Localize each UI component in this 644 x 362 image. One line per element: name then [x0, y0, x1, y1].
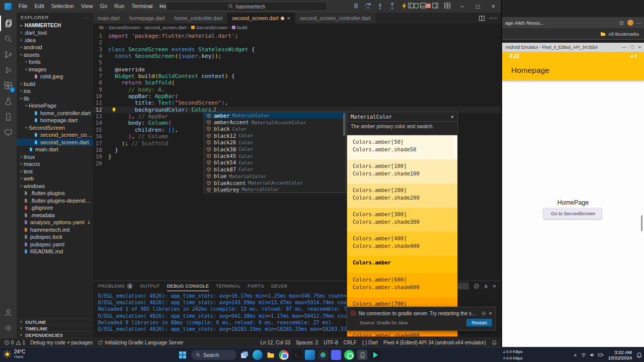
- tree-item-gitignore[interactable]: .gitignore: [17, 204, 93, 212]
- menu-file[interactable]: File: [15, 0, 31, 13]
- debug-config-status[interactable]: Debug my code + packages: [30, 340, 93, 345]
- taskbar-app-folder[interactable]: [266, 350, 276, 360]
- taskbar-app-android-studio[interactable]: [318, 350, 328, 360]
- tree-item-lib[interactable]: ›lib: [17, 95, 93, 103]
- taskbar-app-whatsapp[interactable]: [344, 350, 354, 360]
- suggest-item-black38[interactable]: black38Color: [204, 146, 346, 152]
- tab-homepage-dart[interactable]: homepage.dart: [125, 13, 170, 24]
- tree-item-flutter-plugins[interactable]: .flutter-plugins: [17, 190, 93, 197]
- activity-test-beaker[interactable]: [0, 94, 17, 109]
- taskbar-app-chrome[interactable]: [279, 350, 289, 360]
- bookmark-item[interactable]: age AWS Resou...: [505, 20, 544, 26]
- go-to-secondscreen-button[interactable]: Go to SecondScreen: [544, 208, 602, 219]
- tree-item-main-dart[interactable]: main.dart: [17, 146, 93, 153]
- tree-item-windows[interactable]: ›windows: [17, 183, 93, 190]
- phone-scrollbar[interactable]: [641, 215, 642, 231]
- doc-close-icon[interactable]: ×: [451, 114, 454, 120]
- taskbar-app-play-store[interactable]: [370, 350, 380, 360]
- tree-item-dart-tool[interactable]: ›.dart_tool: [17, 29, 93, 37]
- close-button[interactable]: ×: [486, 0, 501, 13]
- tree-item-linux[interactable]: ›linux: [17, 153, 93, 161]
- menu-view[interactable]: View: [77, 0, 97, 13]
- status-ln-12-col-33[interactable]: Ln 12, Col 33: [260, 340, 290, 345]
- tree-item-homepage[interactable]: ›HomePage: [17, 102, 93, 110]
- tree-item-fonts[interactable]: ›fonts: [17, 58, 93, 66]
- tree-item-pubspec-yaml[interactable]: pubspec.yaml: [17, 241, 93, 248]
- wifi-icon[interactable]: [581, 352, 587, 358]
- suggest-scrollbar[interactable]: [343, 113, 345, 136]
- tab-second-screen-controller-dart[interactable]: second_screen_controller.dart: [295, 13, 376, 24]
- emu-minimize-icon[interactable]: —: [622, 45, 626, 50]
- browser-more-icon[interactable]: ···: [636, 20, 641, 26]
- notification-close-icon[interactable]: ×: [489, 310, 492, 316]
- tree-item-metadata[interactable]: .metadata: [17, 212, 93, 219]
- menu-go[interactable]: Go: [97, 0, 111, 13]
- suggest-item-bluegrey[interactable]: blueGreyMaterialColor: [204, 186, 346, 193]
- tab-home-controller-dart[interactable]: home_controller.dart: [170, 13, 227, 24]
- emu-maximize-icon[interactable]: □: [631, 45, 633, 50]
- notification-bell-icon[interactable]: [636, 352, 642, 358]
- notification-settings-icon[interactable]: [481, 311, 487, 316]
- menu-run[interactable]: Run: [111, 0, 128, 13]
- tab-main-dart[interactable]: main.dart: [93, 13, 125, 24]
- suggest-item-black26[interactable]: black26Color: [204, 139, 346, 146]
- emu-close-icon[interactable]: ×: [638, 45, 641, 50]
- section-outline[interactable]: ›OUTLINE: [17, 318, 93, 325]
- tab-close-icon[interactable]: ×: [287, 15, 290, 21]
- more-actions-icon[interactable]: ···: [84, 15, 89, 20]
- tree-item-build[interactable]: ›build: [17, 80, 93, 88]
- problems-status[interactable]: 0 1: [4, 340, 25, 345]
- tree-item-second-screen-controller-dart[interactable]: second_screen_controller.dart: [17, 131, 93, 139]
- hot-reload-icon[interactable]: [400, 2, 408, 10]
- status-bell[interactable]: [492, 340, 497, 345]
- clock-widget[interactable]: 3:22 AM 10/22/2024: [608, 349, 632, 360]
- tree-item-pubspec-lock[interactable]: pubspec.lock: [17, 233, 93, 241]
- tree-item-flutter-plugins-dependencies[interactable]: .flutter-plugins-dependencies: [17, 197, 93, 205]
- swatch-colors-amber-600[interactable]: Colors.amber[600]Colors.amber.shade600: [347, 273, 457, 297]
- panel-close-icon[interactable]: ×: [493, 283, 496, 289]
- suggest-item-black87[interactable]: black87Color: [204, 166, 346, 172]
- taskbar-app-terminal[interactable]: ›_: [292, 350, 302, 360]
- minimize-button[interactable]: −: [454, 0, 470, 13]
- swatch-colors-amber[interactable]: Colors.amber: [347, 256, 457, 273]
- maximize-button[interactable]: □: [470, 0, 486, 13]
- toggle-right-icon[interactable]: [432, 2, 439, 9]
- swatch-colors-amber-50[interactable]: Colors.amber[50]Colors.amber.shade50: [347, 135, 457, 159]
- panel-tab-problems[interactable]: PROBLEMS3: [98, 281, 133, 291]
- panel-tab-debug-console[interactable]: DEBUG CONSOLE: [167, 281, 209, 291]
- tree-item-analysis-options-yaml[interactable]: analysis_options.yaml1: [17, 219, 93, 226]
- panel-tab-output[interactable]: OUTPUT: [140, 281, 159, 291]
- tree-item-android[interactable]: ›android: [17, 44, 93, 51]
- split-editor-icon[interactable]: [478, 15, 485, 22]
- swatch-colors-amber-400[interactable]: Colors.amber[400]Colors.amber.shade400: [347, 232, 457, 256]
- tree-item-second-screen-dart[interactable]: second_screen.dart: [17, 139, 93, 146]
- tab-second-screen-dart[interactable]: second_screen.dart×: [227, 13, 295, 24]
- star-icon[interactable]: [619, 20, 624, 26]
- activity-run-debug[interactable]: [0, 62, 17, 78]
- tree-item-secondscreen[interactable]: ›SecondScreen: [17, 124, 93, 132]
- suggest-item-black[interactable]: blackColor: [204, 126, 346, 132]
- toggle-sidebar-icon[interactable]: [408, 2, 415, 9]
- tree-item-assets[interactable]: ›assets: [17, 51, 93, 59]
- suggest-item-blueaccent[interactable]: blueAccentMaterialAccentColor: [204, 179, 346, 186]
- taskbar-app-vscode[interactable]: [305, 350, 315, 360]
- activity-source-control[interactable]: [0, 47, 17, 62]
- toggle-panel-icon[interactable]: [420, 2, 427, 9]
- taskbar-search[interactable]: Search: [191, 350, 236, 360]
- panel-tab-devd8[interactable]: DEVD8: [271, 281, 287, 291]
- status-utf-8[interactable]: UTF-8: [324, 340, 338, 345]
- tree-item-readme-md[interactable]: README.md: [17, 248, 93, 255]
- tree-item-macos[interactable]: ›macos: [17, 160, 93, 168]
- panel-maximize-icon[interactable]: ∧: [484, 283, 488, 290]
- activity-search[interactable]: [0, 31, 17, 47]
- speaker-icon[interactable]: [589, 352, 595, 358]
- panel-tab-terminal[interactable]: TERMINAL: [216, 281, 240, 291]
- section-timeline[interactable]: ›TIMELINE: [17, 325, 93, 331]
- activity-account[interactable]: [0, 305, 17, 320]
- status-spaces-2[interactable]: Spaces: 2: [296, 340, 318, 345]
- breadcrumb-item-secondscreen[interactable]: SecondScreen: [109, 25, 140, 30]
- lightbulb-icon[interactable]: [111, 107, 117, 113]
- weather-widget[interactable]: 24°C Haze: [3, 349, 25, 359]
- swatch-scrollbar[interactable]: [454, 137, 457, 159]
- project-row[interactable]: › HAMMERTECH: [17, 22, 93, 29]
